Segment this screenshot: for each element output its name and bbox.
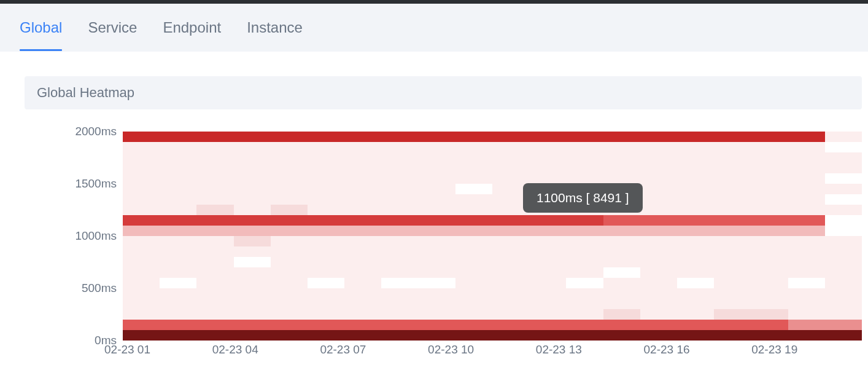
heatmap-cell[interactable]: [123, 163, 160, 173]
heatmap-cell[interactable]: [492, 246, 529, 257]
heatmap-cell[interactable]: [381, 309, 418, 320]
heatmap-cell[interactable]: [234, 278, 271, 288]
heatmap-cell[interactable]: [788, 163, 825, 173]
heatmap-cell[interactable]: [529, 226, 566, 236]
heatmap-cell[interactable]: [419, 309, 455, 320]
heatmap-cell[interactable]: [271, 226, 308, 236]
heatmap-cell[interactable]: [455, 215, 492, 226]
heatmap-cell[interactable]: [196, 236, 233, 246]
heatmap-cell[interactable]: [677, 299, 714, 309]
heatmap-cell[interactable]: [160, 142, 196, 152]
heatmap-cell[interactable]: [788, 194, 825, 205]
heatmap-cell[interactable]: [677, 226, 714, 236]
heatmap-cell[interactable]: [714, 288, 751, 299]
heatmap-cell[interactable]: [677, 163, 714, 173]
heatmap-cell[interactable]: [566, 163, 603, 173]
heatmap-cell[interactable]: [603, 132, 640, 142]
heatmap-cell[interactable]: [123, 173, 160, 184]
heatmap-cell[interactable]: [788, 236, 825, 246]
heatmap-cell[interactable]: [751, 330, 788, 341]
heatmap-cell[interactable]: [751, 320, 788, 330]
heatmap-cell[interactable]: [271, 288, 308, 299]
heatmap-cell[interactable]: [603, 278, 640, 288]
heatmap-cell[interactable]: [603, 320, 640, 330]
heatmap-cell[interactable]: [271, 142, 308, 152]
heatmap-cell[interactable]: [344, 288, 381, 299]
heatmap-cell[interactable]: [308, 163, 344, 173]
heatmap-cell[interactable]: [344, 257, 381, 267]
heatmap-cell[interactable]: [677, 330, 714, 341]
heatmap-cell[interactable]: [234, 330, 271, 341]
heatmap-cell[interactable]: [751, 267, 788, 278]
heatmap-cell[interactable]: [308, 152, 344, 163]
heatmap-cell[interactable]: [788, 226, 825, 236]
heatmap-cell[interactable]: [234, 299, 271, 309]
heatmap-cell[interactable]: [196, 330, 233, 341]
heatmap-cell[interactable]: [566, 173, 603, 184]
heatmap-cell[interactable]: [825, 246, 862, 257]
heatmap-cell[interactable]: [566, 330, 603, 341]
heatmap-cell[interactable]: [160, 257, 196, 267]
heatmap-cell[interactable]: [566, 267, 603, 278]
heatmap-cell[interactable]: [308, 257, 344, 267]
heatmap-cell[interactable]: [825, 236, 862, 246]
heatmap-cell[interactable]: [825, 142, 862, 152]
heatmap-cell[interactable]: [271, 309, 308, 320]
heatmap-cell[interactable]: [381, 299, 418, 309]
heatmap-cell[interactable]: [677, 288, 714, 299]
heatmap-cell[interactable]: [529, 236, 566, 246]
heatmap-cell[interactable]: [603, 184, 640, 194]
heatmap-cell[interactable]: [529, 194, 566, 205]
heatmap-cell[interactable]: [714, 299, 751, 309]
heatmap-cell[interactable]: [344, 152, 381, 163]
heatmap-cell[interactable]: [160, 236, 196, 246]
heatmap-cell[interactable]: [308, 309, 344, 320]
heatmap-cell[interactable]: [825, 215, 862, 226]
heatmap-cell[interactable]: [640, 257, 677, 267]
heatmap-cell[interactable]: [344, 299, 381, 309]
heatmap-cell[interactable]: [160, 205, 196, 215]
heatmap-cell[interactable]: [714, 309, 751, 320]
heatmap-cell[interactable]: [492, 278, 529, 288]
heatmap-cell[interactable]: [381, 320, 418, 330]
heatmap-cell[interactable]: [640, 288, 677, 299]
heatmap-cell[interactable]: [160, 152, 196, 163]
heatmap-cell[interactable]: [677, 184, 714, 194]
heatmap-cell[interactable]: [566, 205, 603, 215]
heatmap-cell[interactable]: [123, 246, 160, 257]
heatmap-cell[interactable]: [419, 173, 455, 184]
heatmap-cell[interactable]: [677, 132, 714, 142]
heatmap-cell[interactable]: [344, 194, 381, 205]
heatmap-cell[interactable]: [271, 299, 308, 309]
heatmap-cell[interactable]: [492, 236, 529, 246]
heatmap-cell[interactable]: [234, 236, 271, 246]
heatmap-cell[interactable]: [344, 142, 381, 152]
heatmap-cell[interactable]: [308, 236, 344, 246]
heatmap-cell[interactable]: [788, 309, 825, 320]
heatmap-cell[interactable]: [825, 309, 862, 320]
heatmap-cell[interactable]: [788, 278, 825, 288]
heatmap-cell[interactable]: [381, 194, 418, 205]
heatmap-cell[interactable]: [234, 320, 271, 330]
heatmap-cell[interactable]: [677, 215, 714, 226]
heatmap-cell[interactable]: [566, 215, 603, 226]
heatmap-cell[interactable]: [566, 142, 603, 152]
heatmap-cell[interactable]: [455, 330, 492, 341]
heatmap-cell[interactable]: [492, 152, 529, 163]
heatmap-cell[interactable]: [308, 215, 344, 226]
heatmap-cell[interactable]: [677, 142, 714, 152]
heatmap-cell[interactable]: [529, 288, 566, 299]
heatmap-cell[interactable]: [419, 205, 455, 215]
heatmap-cell[interactable]: [714, 320, 751, 330]
heatmap-cell[interactable]: [196, 184, 233, 194]
heatmap-cell[interactable]: [234, 163, 271, 173]
heatmap-cell[interactable]: [381, 246, 418, 257]
heatmap-cell[interactable]: [160, 132, 196, 142]
heatmap-cell[interactable]: [529, 299, 566, 309]
heatmap-cell[interactable]: [492, 194, 529, 205]
heatmap-cell[interactable]: [271, 320, 308, 330]
heatmap-cell[interactable]: [492, 288, 529, 299]
heatmap-cell[interactable]: [344, 226, 381, 236]
heatmap-cell[interactable]: [455, 163, 492, 173]
heatmap-cell[interactable]: [271, 132, 308, 142]
